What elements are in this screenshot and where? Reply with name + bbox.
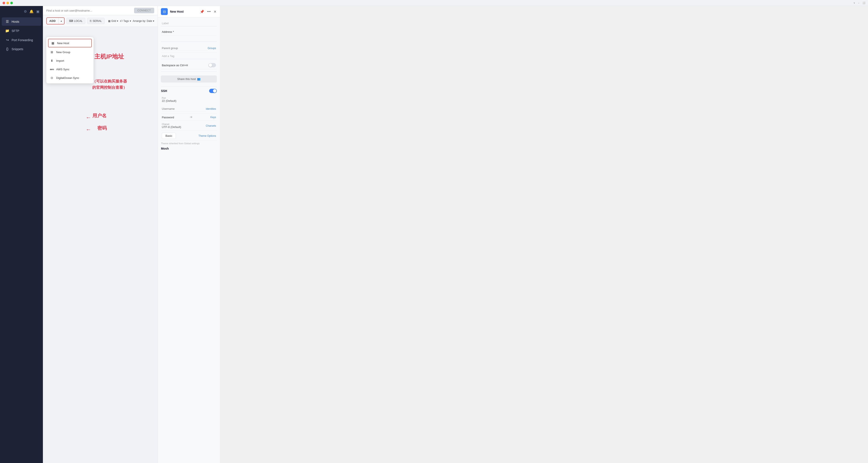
sidebar-hosts-label: Hosts — [11, 20, 19, 23]
pin-button[interactable]: 📌 — [199, 9, 205, 14]
address-input[interactable] — [161, 36, 217, 42]
arrange-chevron-icon: ▾ — [153, 20, 154, 23]
close-panel-button[interactable]: ✕ — [213, 9, 217, 14]
annotation-username-arrow: ← — [86, 114, 91, 121]
local-button[interactable]: ⌨ LOCAL — [66, 18, 85, 24]
sidebar-item-snippets[interactable]: {} Snippets — [2, 45, 41, 53]
label-input[interactable] — [161, 20, 217, 26]
serial-button[interactable]: ⎘ SERIAL — [87, 18, 105, 24]
theme-sub-text: Theme inherited from Global settings — [161, 142, 217, 145]
port-value: 22 (Default) — [162, 99, 216, 102]
local-icon: ⌨ — [69, 19, 73, 23]
parent-group-input[interactable] — [162, 46, 208, 51]
panel-body: Address * Groups Backspace as Ctrl+H — [158, 18, 220, 463]
backspace-toggle[interactable] — [208, 63, 216, 67]
charset-value: UTF-8 (Default) — [162, 125, 181, 129]
window-maximize-btn[interactable] — [10, 2, 13, 4]
charsets-link[interactable]: Charsets — [206, 124, 216, 127]
add-tag-field — [161, 53, 217, 59]
keys-link[interactable]: Keys — [210, 116, 216, 119]
password-row: Password 👁 Keys — [161, 114, 217, 121]
port-forwarding-icon: ↪ — [5, 38, 9, 42]
add-tag-input[interactable] — [161, 53, 217, 59]
port-label: Port — [162, 97, 216, 99]
import-icon: ⬇ — [50, 59, 54, 63]
arrange-button[interactable]: Arrange by: Date ▾ — [133, 20, 154, 23]
grid-chevron-icon: ▾ — [117, 20, 118, 23]
ssh-toggle[interactable] — [209, 89, 217, 93]
dropdown-new-group[interactable]: ⊞ New Group — [46, 48, 94, 56]
connect-button[interactable]: CONNECT — [134, 8, 154, 13]
terminal-icon[interactable]: ▣ — [36, 9, 39, 13]
dropdown-do-sync[interactable]: ⊙ DigitalOcean Sync — [46, 73, 94, 82]
charset-label: Charset — [162, 123, 181, 125]
grid-button[interactable]: ▦ Grid ▾ — [108, 20, 118, 23]
add-button-group: ADD ▲ — [46, 18, 65, 25]
sidebar-port-label: Port Forwarding — [11, 38, 33, 42]
add-main-button[interactable]: ADD — [47, 18, 58, 24]
groups-link[interactable]: Groups — [208, 47, 216, 50]
password-label: Password — [162, 116, 174, 119]
notification-icon[interactable]: 🔔 — [29, 9, 34, 13]
new-host-icon: ▦ — [51, 41, 55, 45]
sftp-icon: 📁 — [5, 29, 9, 33]
add-chevron-button[interactable]: ▲ — [58, 18, 64, 24]
annotation-password-text: 密码 — [97, 125, 107, 131]
more-button[interactable]: ••• — [207, 9, 211, 14]
mosh-label: Mosh — [161, 147, 169, 150]
dropdown-aws-sync[interactable]: aws AWS Sync — [46, 65, 94, 73]
ssh-row: SSH — [161, 89, 217, 93]
tags-chevron-icon: ▾ — [130, 20, 131, 23]
tags-icon: 🏷 — [120, 20, 122, 23]
identities-link[interactable]: Identities — [206, 107, 216, 110]
mosh-row: Mosh — [161, 147, 217, 150]
label-field — [161, 20, 217, 26]
toggle-knob — [209, 63, 212, 67]
window-close-btn[interactable] — [3, 2, 5, 4]
charset-row: Charset UTF-8 (Default) Charsets — [161, 121, 217, 131]
basic-theme-button[interactable]: Basic — [162, 133, 176, 139]
main-area: CONNECT ADD ▲ ⌨ LOCAL ⎘ SERIAL ▦ Grid ▾ — [43, 6, 158, 463]
content-area: ▦ New Host ⊞ New Group ⬇ Import aws AWS … — [43, 27, 158, 463]
username-row: Identities — [161, 105, 217, 113]
new-group-icon: ⊞ — [50, 50, 54, 54]
aws-icon: aws — [50, 67, 54, 71]
search-bar: CONNECT — [43, 6, 158, 15]
serial-icon: ⎘ — [90, 19, 92, 23]
sidebar-item-sftp[interactable]: 📁 SFTP — [2, 27, 41, 35]
eye-icon[interactable]: 👁 — [190, 115, 193, 119]
panel-header-actions: 📌 ••• ✕ — [199, 9, 217, 14]
sidebar-top-icons: ⚙ 🔔 ▣ — [0, 8, 43, 17]
digitalocean-icon: ⊙ — [50, 76, 54, 80]
window-minimize-btn[interactable] — [6, 2, 9, 4]
search-input[interactable] — [46, 9, 131, 12]
settings-icon[interactable]: ⚙ — [24, 9, 27, 13]
share-host-button[interactable]: Share this host 👥 — [161, 75, 217, 82]
parent-group-row: Groups — [161, 44, 217, 53]
share-icon: 👥 — [197, 77, 200, 80]
sidebar-sftp-label: SFTP — [11, 29, 19, 33]
panel-title: New Host — [170, 10, 197, 13]
username-input[interactable] — [162, 106, 206, 111]
add-dropdown-menu: ▦ New Host ⊞ New Group ⬇ Import aws AWS … — [46, 37, 94, 84]
theme-options-link[interactable]: Theme Options — [198, 134, 216, 137]
annotation-ip-text: 主机IP地址 — [94, 53, 124, 61]
backspace-label: Backspace as Ctrl+H — [162, 64, 188, 67]
dropdown-new-host[interactable]: ▦ New Host — [48, 39, 92, 47]
address-row: Address * — [161, 29, 217, 35]
sidebar-snippets-label: Snippets — [11, 47, 23, 51]
backspace-row: Backspace as Ctrl+H — [161, 61, 217, 69]
snippets-icon: {} — [5, 47, 9, 51]
dropdown-import[interactable]: ⬇ Import — [46, 56, 94, 65]
port-row: Port 22 (Default) — [161, 95, 217, 104]
sidebar: ⚙ 🔔 ▣ ☰ Hosts 📁 SFTP ↪ Port Forwarding {… — [0, 6, 43, 463]
grid-icon: ▦ — [108, 20, 111, 23]
annotation-sub-text: （可以在购买服务器 的官网控制台查看） — [92, 78, 127, 91]
divider-1 — [161, 71, 217, 72]
sidebar-item-port-forwarding[interactable]: ↪ Port Forwarding — [2, 36, 41, 44]
ssh-label: SSH — [161, 89, 167, 93]
sidebar-item-hosts[interactable]: ☰ Hosts — [2, 18, 41, 26]
tags-button[interactable]: 🏷 Tags ▾ — [120, 20, 131, 23]
address-field — [161, 36, 217, 42]
right-panel-header: ⊟ New Host 📌 ••• ✕ — [158, 6, 220, 18]
